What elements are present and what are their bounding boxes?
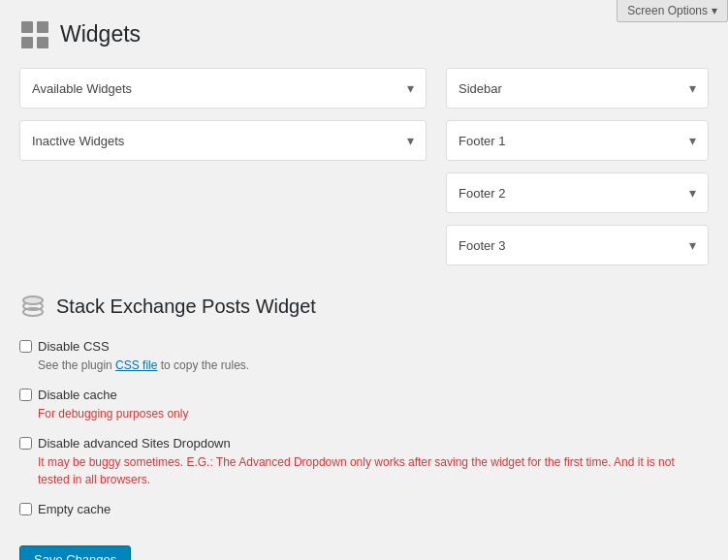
- disable-cache-group: Disable cache For debugging purposes onl…: [19, 388, 709, 422]
- svg-rect-2: [21, 37, 33, 48]
- widgets-icon: [19, 19, 50, 50]
- footer2-chevron-icon: ▾: [689, 185, 696, 201]
- sidebar-chevron-icon: ▾: [689, 80, 696, 96]
- available-widgets-chevron-icon: ▾: [407, 80, 414, 96]
- sidebar-label: Sidebar: [459, 81, 502, 96]
- inactive-widgets-chevron-icon: ▾: [407, 133, 414, 148]
- disable-advanced-checkbox[interactable]: [19, 437, 32, 450]
- css-file-link[interactable]: CSS file: [115, 358, 157, 372]
- page-title-area: Widgets: [19, 19, 709, 50]
- sidebar-dropdown[interactable]: Sidebar ▾: [446, 68, 709, 109]
- stack-exchange-icon: [19, 293, 47, 320]
- disable-css-description: See the plugin CSS file to copy the rule…: [38, 357, 709, 374]
- screen-options-button[interactable]: Screen Options ▾: [617, 0, 728, 22]
- disable-cache-description: For debugging purposes only: [38, 405, 709, 422]
- svg-rect-0: [21, 21, 33, 33]
- footer1-chevron-icon: ▾: [689, 133, 696, 148]
- disable-cache-label[interactable]: Disable cache: [38, 388, 117, 402]
- right-column: Sidebar ▾ Footer 1 ▾ Footer 2 ▾ Footer 3…: [446, 68, 709, 265]
- empty-cache-label[interactable]: Empty cache: [38, 502, 111, 516]
- disable-advanced-description: It may be buggy sometimes. E.G.: The Adv…: [38, 453, 709, 488]
- inactive-widgets-dropdown[interactable]: Inactive Widgets ▾: [19, 120, 427, 161]
- main-content: Available Widgets ▾ Inactive Widgets ▾ S…: [19, 68, 709, 265]
- save-changes-button[interactable]: Save Changes: [19, 545, 131, 560]
- disable-css-group: Disable CSS See the plugin CSS file to c…: [19, 339, 709, 374]
- screen-options-label: Screen Options: [627, 4, 708, 17]
- disable-advanced-group: Disable advanced Sites Dropdown It may b…: [19, 436, 709, 488]
- disable-css-label[interactable]: Disable CSS: [38, 339, 110, 354]
- svg-point-6: [23, 296, 43, 304]
- footer1-label: Footer 1: [459, 134, 505, 148]
- widget-title: Stack Exchange Posts Widget: [56, 296, 316, 318]
- page-title: Widgets: [60, 20, 141, 49]
- screen-options-bar: Screen Options ▾: [617, 0, 728, 22]
- svg-rect-3: [37, 37, 48, 48]
- disable-cache-row: Disable cache: [19, 388, 709, 402]
- empty-cache-row: Empty cache: [19, 502, 709, 516]
- widget-title-area: Stack Exchange Posts Widget: [19, 293, 709, 320]
- disable-css-row: Disable CSS: [19, 339, 709, 354]
- footer1-dropdown[interactable]: Footer 1 ▾: [446, 120, 709, 161]
- inactive-widgets-label: Inactive Widgets: [32, 134, 124, 148]
- screen-options-chevron-icon: ▾: [712, 4, 717, 17]
- empty-cache-group: Empty cache: [19, 502, 709, 516]
- footer2-label: Footer 2: [459, 186, 505, 201]
- page-wrapper: Screen Options ▾ Widgets Available Widge…: [0, 0, 728, 560]
- footer3-chevron-icon: ▾: [689, 237, 696, 253]
- svg-rect-1: [37, 21, 48, 33]
- footer3-dropdown[interactable]: Footer 3 ▾: [446, 225, 709, 265]
- widget-section: Stack Exchange Posts Widget Disable CSS …: [19, 293, 709, 560]
- disable-advanced-label[interactable]: Disable advanced Sites Dropdown: [38, 436, 231, 451]
- available-widgets-label: Available Widgets: [32, 81, 132, 96]
- disable-advanced-row: Disable advanced Sites Dropdown: [19, 436, 709, 451]
- footer2-dropdown[interactable]: Footer 2 ▾: [446, 172, 709, 213]
- disable-cache-checkbox[interactable]: [19, 389, 32, 401]
- disable-css-checkbox[interactable]: [19, 340, 32, 353]
- footer3-label: Footer 3: [459, 238, 505, 253]
- empty-cache-checkbox[interactable]: [19, 503, 32, 515]
- available-widgets-dropdown[interactable]: Available Widgets ▾: [19, 68, 427, 109]
- left-column: Available Widgets ▾ Inactive Widgets ▾: [19, 68, 427, 265]
